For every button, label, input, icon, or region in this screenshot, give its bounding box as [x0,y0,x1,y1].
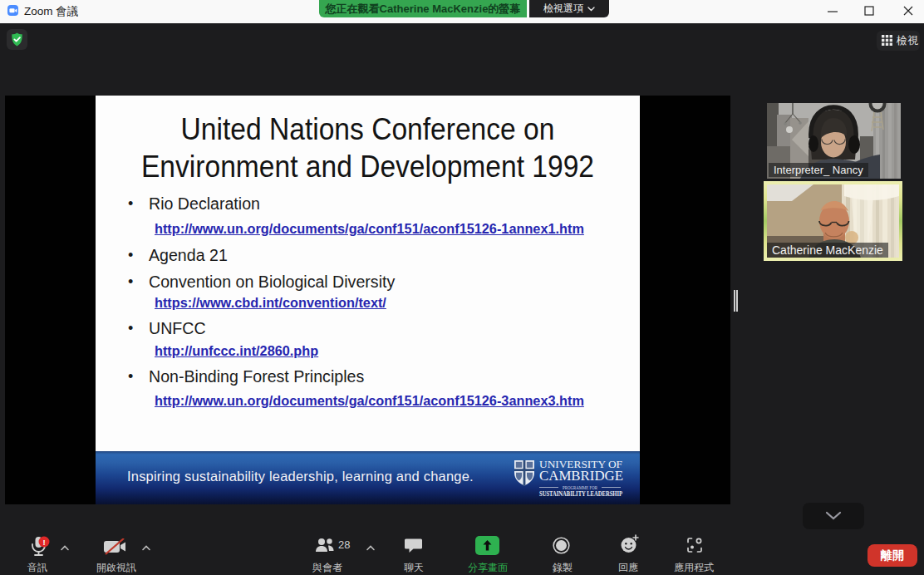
svg-text:SUSTAINABILITY LEADERSHIP: SUSTAINABILITY LEADERSHIP [539,490,622,498]
svg-text:PROGRAMME FOR: PROGRAMME FOR [563,484,597,489]
svg-text:CAMBRIDGE: CAMBRIDGE [539,469,623,483]
svg-text:!: ! [42,538,45,547]
